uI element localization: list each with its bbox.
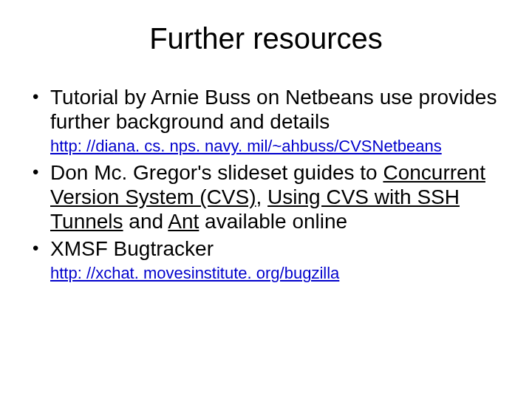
link-ant[interactable]: Ant <box>168 210 199 233</box>
link-bugzilla[interactable]: http: //xchat. movesinstitute. org/bugzi… <box>50 264 339 282</box>
bullet-item-3: XMSF Bugtracker http: //xchat. movesinst… <box>30 236 510 283</box>
bullet-2-mid: and <box>123 210 168 233</box>
bullet-2-prefix: Don Mc. Gregor's slideset guides to <box>50 161 383 184</box>
slide: Further resources Tutorial by Arnie Buss… <box>0 0 532 399</box>
bullet-item-1: Tutorial by Arnie Buss on Netbeans use p… <box>30 85 510 156</box>
bullet-2-sep1: , <box>256 185 268 208</box>
slide-title: Further resources <box>22 22 510 55</box>
bullet-2-suffix: available online <box>199 210 347 233</box>
link-cvsnetbeans[interactable]: http: //diana. cs. nps. navy. mil/~ahbus… <box>50 137 442 155</box>
bullet-list: Tutorial by Arnie Buss on Netbeans use p… <box>30 85 510 283</box>
bullet-item-2: Don Mc. Gregor's slideset guides to Conc… <box>30 160 510 233</box>
bullet-1-text: Tutorial by Arnie Buss on Netbeans use p… <box>50 86 497 133</box>
bullet-3-text: XMSF Bugtracker <box>50 237 214 260</box>
